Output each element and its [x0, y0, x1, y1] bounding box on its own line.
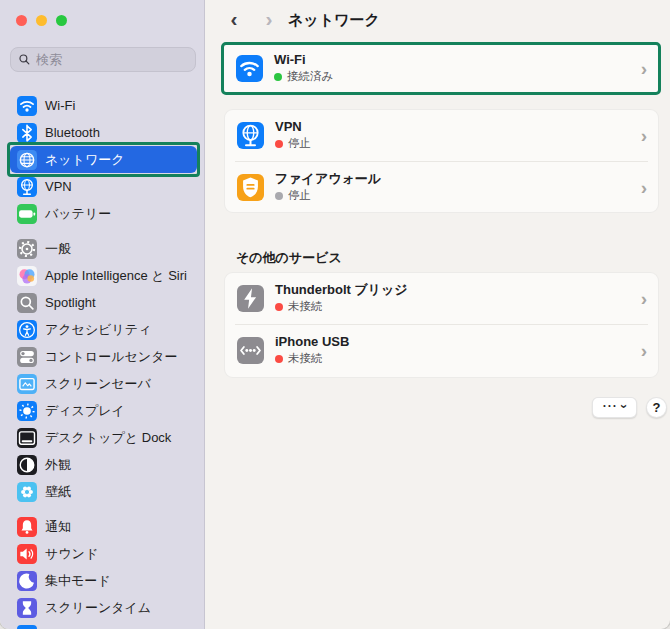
iphone-usb-row[interactable]: iPhone USB未接続›: [225, 325, 658, 376]
row-texts: Wi-Fi接続済み: [274, 53, 333, 84]
globe-icon: [17, 150, 37, 170]
chevron-right-icon: ›: [641, 58, 647, 77]
row-title: ファイアウォール: [275, 172, 381, 186]
status-dot: [275, 192, 283, 200]
hourglass-icon: [17, 598, 37, 618]
more-options-button[interactable]: ··· ›: [592, 397, 637, 418]
sidebar-item-wallpaper[interactable]: 壁紙: [10, 478, 197, 505]
search-field[interactable]: [10, 47, 196, 72]
row-texts: Thunderbolt ブリッジ未接続: [275, 283, 408, 314]
sidebar-item-desktop-dock[interactable]: デスクトップと Dock: [10, 424, 197, 451]
flower-icon: [17, 482, 37, 502]
row-status: 停止: [275, 136, 311, 151]
sidebar-item-notifications[interactable]: 通知: [10, 513, 197, 540]
status-text: 接続済み: [287, 69, 333, 84]
screensaver-icon: [17, 374, 37, 394]
sun-icon: [17, 401, 37, 421]
sidebar-item-focus[interactable]: 集中モード: [10, 567, 197, 594]
chevron-down-icon: ›: [618, 404, 631, 408]
siri-icon: [17, 266, 37, 286]
sidebar-item-screen-saver[interactable]: スクリーンセーバ: [10, 370, 197, 397]
status-text: 停止: [288, 188, 311, 203]
sidebar-item-vpn[interactable]: VPN: [10, 173, 197, 200]
sidebar-item-control-center[interactable]: コントロールセンター: [10, 343, 197, 370]
zoom-window-button[interactable]: [56, 15, 67, 26]
accessibility-icon: [17, 320, 37, 340]
sidebar-item-label: スクリーンタイム: [45, 599, 151, 617]
firewall-row[interactable]: ファイアウォール停止›: [225, 162, 658, 213]
chevron-right-icon: ›: [641, 177, 647, 196]
sidebar-item-bluetooth[interactable]: Bluetooth: [10, 119, 197, 146]
moon-icon: [17, 571, 37, 591]
sidebar-item-label: スクリーンセーバ: [45, 375, 151, 393]
vpn-row[interactable]: VPN停止›: [225, 110, 658, 161]
sidebar-item-label: Apple Intelligence と Siri: [45, 267, 187, 285]
sidebar-item-label: ディスプレイ: [45, 402, 125, 420]
sidebar-item-wifi[interactable]: Wi-Fi: [10, 92, 197, 119]
thunderbolt-bridge-row[interactable]: Thunderbolt ブリッジ未接続›: [225, 273, 658, 324]
close-window-button[interactable]: [16, 15, 27, 26]
sidebar-item-label: 通知: [45, 518, 71, 536]
row-title: iPhone USB: [275, 335, 349, 349]
sidebar-item-label: 壁紙: [45, 483, 71, 501]
sidebar-item-label: Spotlight: [45, 295, 96, 310]
status-dot: [274, 73, 282, 81]
sidebar-item-label: VPN: [45, 179, 72, 194]
wifi-card-annotated: Wi-Fi接続済み›: [221, 42, 661, 95]
row-title: Thunderbolt ブリッジ: [275, 283, 408, 297]
sidebar-group: Wi-FiBluetoothネットワークVPNバッテリー: [10, 92, 197, 227]
wifi-row[interactable]: Wi-Fi接続済み›: [224, 45, 658, 92]
sidebar-item-spotlight[interactable]: Spotlight: [10, 289, 197, 316]
help-button[interactable]: ?: [646, 397, 667, 418]
row-texts: VPN停止: [275, 120, 311, 151]
sidebar-item-display[interactable]: ディスプレイ: [10, 397, 197, 424]
sidebar-item-label: 集中モード: [45, 572, 111, 590]
sidebar-item-screen-time[interactable]: スクリーンタイム: [10, 594, 197, 621]
globe-stand-icon: [237, 122, 264, 149]
sidebar-item-appearance[interactable]: 外観: [10, 451, 197, 478]
sidebar-item-label: サウンド: [45, 545, 98, 563]
back-button[interactable]: ‹: [223, 7, 245, 31]
sidebar-list: Wi-FiBluetoothネットワークVPNバッテリー一般Apple Inte…: [10, 92, 197, 629]
sidebar-item-label: Wi-Fi: [45, 98, 75, 113]
usb-icon: [237, 337, 264, 364]
sidebar: Wi-FiBluetoothネットワークVPNバッテリー一般Apple Inte…: [0, 0, 205, 629]
sidebar-group: 通知サウンド集中モードスクリーンタイム: [10, 513, 197, 621]
wifi-icon: [17, 96, 37, 116]
minimize-window-button[interactable]: [36, 15, 47, 26]
sidebar-item-network[interactable]: ネットワーク: [10, 146, 197, 173]
sidebar-item-battery[interactable]: バッテリー: [10, 200, 197, 227]
system-settings-window: Wi-FiBluetoothネットワークVPNバッテリー一般Apple Inte…: [0, 0, 670, 629]
sidebar-item-sound[interactable]: サウンド: [10, 540, 197, 567]
sidebar-item-accessibility[interactable]: アクセシビリティ: [10, 316, 197, 343]
status-dot: [275, 303, 283, 311]
sidebar-item-label: 外観: [45, 456, 71, 474]
sidebar-item-label: Bluetooth: [45, 125, 100, 140]
search-input[interactable]: [36, 52, 188, 67]
chevron-right-icon: ›: [641, 288, 647, 307]
row-status: 未接続: [275, 351, 349, 366]
sidebar-item-general[interactable]: 一般: [10, 235, 197, 262]
globe-stand-icon: [17, 177, 37, 197]
sidebar-item-label: バッテリー: [45, 205, 111, 223]
half-circle-icon: [17, 455, 37, 475]
row-title: VPN: [275, 120, 311, 134]
sidebar-item-label: アクセシビリティ: [45, 321, 151, 339]
row-status: 接続済み: [274, 69, 333, 84]
page-title: ネットワーク: [288, 11, 380, 30]
desktop-dock-icon: [17, 428, 37, 448]
bluetooth-icon: [17, 123, 37, 143]
speaker-icon: [17, 544, 37, 564]
main-pane: ‹ › ネットワーク Wi-Fi接続済み› VPN停止›ファイアウォール停止› …: [206, 0, 670, 629]
bell-icon: [17, 517, 37, 537]
sidebar-item-label: デスクトップと Dock: [45, 429, 171, 447]
forward-button[interactable]: ›: [258, 7, 280, 31]
status-dot: [275, 355, 283, 363]
gear-icon: [17, 239, 37, 259]
sidebar-item-label: コントロールセンター: [45, 348, 177, 366]
sidebar-item-apple-intelligence-siri[interactable]: Apple Intelligence と Siri: [10, 262, 197, 289]
row-texts: iPhone USB未接続: [275, 335, 349, 366]
firewall-icon: [237, 174, 264, 201]
status-text: 未接続: [288, 299, 323, 314]
ellipsis-icon: ···: [603, 400, 618, 412]
